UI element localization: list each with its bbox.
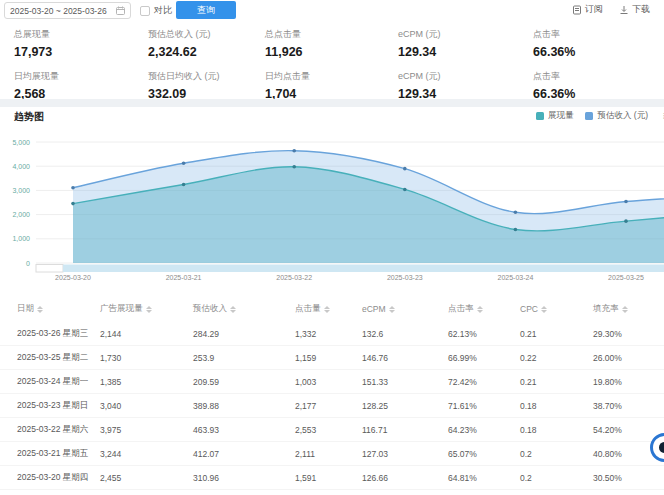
stat-cell: 总展现量17,973 [14, 28, 148, 59]
table-cell: 0.22 [520, 353, 593, 363]
table-cell: 54.20% [593, 425, 664, 435]
table-cell: 71.61% [448, 401, 520, 411]
datazoom-handle[interactable] [36, 265, 63, 273]
table-header-2[interactable]: 预估收入 [193, 303, 295, 315]
data-point[interactable] [182, 161, 186, 165]
table-cell: 2025-03-25 星期二 [17, 352, 100, 364]
table-cell: 2025-03-22 星期六 [17, 424, 100, 436]
stat-cell: 预估总收入 (元)2,324.62 [148, 28, 265, 59]
stat-cell: 总点击量11,926 [265, 28, 398, 59]
sort-icon[interactable] [37, 306, 43, 313]
table-cell: 19.80% [593, 377, 664, 387]
data-point[interactable] [182, 183, 186, 187]
data-point[interactable] [514, 210, 518, 214]
table-header-3[interactable]: 点击量 [295, 303, 362, 315]
data-point[interactable] [71, 186, 75, 190]
table-cell: 126.66 [362, 473, 448, 483]
x-axis-tick-label: 2025-03-20 [55, 274, 91, 281]
stat-label: 预估日均收入 (元) [148, 70, 265, 83]
compare-toggle[interactable]: 对比 [140, 4, 172, 17]
compare-label: 对比 [154, 4, 172, 17]
table-header-6[interactable]: CPC [520, 304, 593, 314]
x-axis-tick-label: 2025-03-25 [608, 274, 644, 281]
table-header-4[interactable]: eCPM [362, 304, 448, 314]
sort-icon[interactable] [541, 306, 547, 313]
table-cell: 2025-03-26 星期三 [17, 328, 100, 340]
table-row: 2025-03-26 星期三2,144284.291,332132.662.13… [0, 322, 664, 346]
table-cell: 0.21 [520, 377, 593, 387]
table-cell: 65.07% [448, 449, 520, 459]
query-button[interactable]: 查询 [176, 1, 236, 19]
stat-cell: 点击率66.36% [533, 70, 664, 101]
data-point[interactable] [624, 200, 628, 204]
table-cell: 30.50% [593, 473, 664, 483]
x-axis-tick-label: 2025-03-24 [497, 274, 533, 281]
legend-swatch [585, 112, 593, 120]
header-label: eCPM [362, 304, 386, 314]
compare-checkbox[interactable] [140, 6, 150, 16]
table-cell: 2,144 [100, 329, 193, 339]
trend-chart-canvas[interactable]: 5,0004,0003,0002,0001,00002025-03-202025… [0, 128, 664, 284]
stats-row-totals: 总展现量17,973预估总收入 (元)2,324.62总点击量11,926eCP… [0, 22, 664, 64]
stat-value: 11,926 [265, 45, 398, 59]
table-cell: 3,244 [100, 449, 193, 459]
date-range-picker[interactable]: 2025-03-20 ~ 2025-03-26 [4, 2, 131, 19]
table-header-row: 日期广告展现量预估收入点击量eCPM点击率CPC填充率 [0, 296, 664, 322]
table-cell: 128.25 [362, 401, 448, 411]
table-cell: 2025-03-23 星期日 [17, 400, 100, 412]
header-label: 预估收入 [193, 303, 227, 315]
table-cell: 0.21 [520, 329, 593, 339]
legend-label: 展现量 [548, 110, 574, 122]
legend-item[interactable]: 预估收入 (元) [585, 110, 648, 122]
table-cell: 1,730 [100, 353, 193, 363]
data-point[interactable] [403, 167, 407, 171]
datazoom-strip[interactable] [63, 265, 664, 273]
sort-icon[interactable] [477, 306, 483, 313]
data-point[interactable] [624, 219, 628, 223]
table-cell: 26.00% [593, 353, 664, 363]
y-axis-tick-label: 1,000 [12, 235, 30, 242]
data-point[interactable] [292, 165, 296, 169]
y-axis-tick-label: 4,000 [12, 163, 30, 170]
daily-data-table: 日期广告展现量预估收入点击量eCPM点击率CPC填充率 2025-03-26 星… [0, 296, 664, 490]
table-header-1[interactable]: 广告展现量 [100, 303, 193, 315]
stat-value: 17,973 [14, 45, 148, 59]
stat-label: eCPM (元) [398, 70, 533, 83]
sort-icon[interactable] [146, 306, 152, 313]
stat-cell: 日均点击量1,704 [265, 70, 398, 101]
trend-chart[interactable]: 5,0004,0003,0002,0001,00002025-03-202025… [0, 128, 664, 284]
stat-value: 66.36% [533, 45, 664, 59]
table-cell: 1,003 [295, 377, 362, 387]
data-point[interactable] [292, 149, 296, 153]
table-header-7[interactable]: 填充率 [593, 303, 664, 315]
table-cell: 0.18 [520, 401, 593, 411]
table-cell: 2,177 [295, 401, 362, 411]
table-header-date[interactable]: 日期 [17, 303, 100, 315]
y-axis-tick-label: 2,000 [12, 211, 30, 218]
download-label: 下载 [632, 3, 650, 16]
sort-icon[interactable] [389, 306, 395, 313]
header-label: 点击率 [448, 303, 474, 315]
legend-item[interactable]: 展现量 [536, 110, 574, 122]
sort-icon[interactable] [324, 306, 330, 313]
data-point[interactable] [71, 202, 75, 206]
y-axis-tick-label: 5,000 [12, 139, 30, 146]
table-cell: 2025-03-21 星期五 [17, 448, 100, 460]
download-button[interactable]: 下载 [619, 3, 650, 16]
table-cell: 146.76 [362, 353, 448, 363]
data-point[interactable] [403, 188, 407, 192]
table-header-5[interactable]: 点击率 [448, 303, 520, 315]
table-cell: 66.99% [448, 353, 520, 363]
stat-label: 点击率 [533, 28, 664, 41]
stat-cell: 点击率66.36% [533, 28, 664, 59]
sort-icon[interactable] [622, 306, 628, 313]
header-label: 填充率 [593, 303, 619, 315]
data-point[interactable] [514, 228, 518, 232]
sort-icon[interactable] [230, 306, 236, 313]
table-cell: 127.03 [362, 449, 448, 459]
subscribe-button[interactable]: 订阅 [572, 3, 603, 16]
stat-value: 129.34 [398, 45, 533, 59]
download-icon [619, 5, 629, 15]
table-cell: 62.13% [448, 329, 520, 339]
table-cell: 2025-03-20 星期四 [17, 472, 100, 484]
